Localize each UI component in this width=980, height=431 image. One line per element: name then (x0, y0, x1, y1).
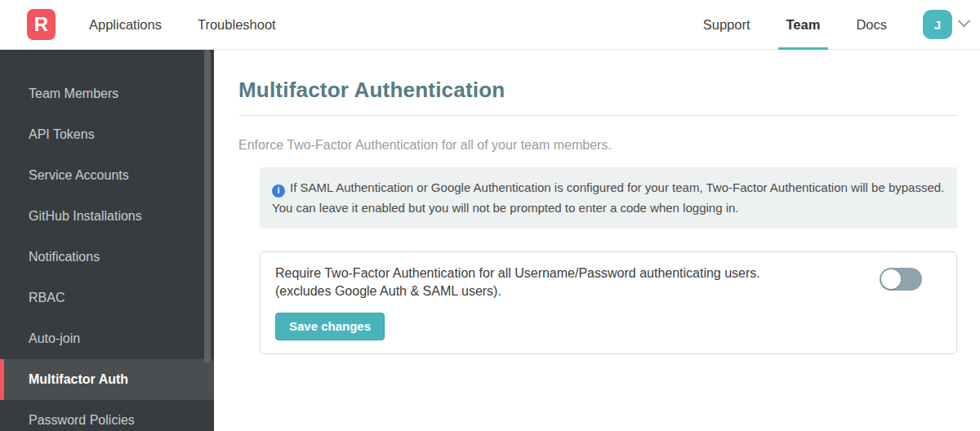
sidebar-item-team-members[interactable]: Team Members (0, 73, 214, 114)
setting-label-line1: Require Two-Factor Authentication for al… (275, 264, 852, 282)
two-factor-setting-card: Require Two-Factor Authentication for al… (260, 251, 957, 354)
save-changes-button[interactable]: Save changes (275, 313, 385, 340)
nav-item-team[interactable]: Team (786, 0, 821, 50)
navbar-left: R Applications Troubleshoot (0, 0, 312, 49)
nav-item-troubleshoot[interactable]: Troubleshoot (198, 0, 276, 50)
navbar-right: Support Team Docs J (703, 0, 980, 49)
sidebar-item-auto-join[interactable]: Auto-join (0, 318, 214, 359)
title-divider (238, 115, 957, 116)
sidebar-item-notifications[interactable]: Notifications (0, 237, 214, 278)
sidebar-item-multifactor-auth[interactable]: Multifactor Auth (0, 359, 214, 400)
two-factor-setting-label: Require Two-Factor Authentication for al… (275, 264, 942, 300)
page-title: Multifactor Authentication (238, 78, 957, 103)
main-content: Multifactor Authentication Enforce Two-F… (214, 50, 980, 431)
rollbar-logo-icon[interactable]: R (27, 9, 56, 40)
user-avatar[interactable]: J (923, 10, 952, 39)
sidebar-item-github-installations[interactable]: GitHub Installations (0, 196, 214, 237)
sidebar-item-api-tokens[interactable]: API Tokens (0, 114, 214, 155)
app-window: R Applications Troubleshoot Support Team… (0, 0, 980, 431)
setting-label-line2: (excludes Google Auth & SAML users). (275, 282, 852, 300)
info-note-text: If SAML Authentication or Google Authent… (272, 180, 944, 215)
two-factor-toggle[interactable] (880, 268, 922, 291)
info-icon: i (272, 184, 285, 198)
top-navbar: R Applications Troubleshoot Support Team… (0, 0, 980, 50)
saml-bypass-info-note: iIf SAML Authentication or Google Authen… (260, 167, 957, 229)
nav-item-support[interactable]: Support (703, 0, 751, 50)
nav-item-docs[interactable]: Docs (856, 0, 887, 50)
nav-item-applications[interactable]: Applications (89, 0, 162, 50)
sidebar-scrollbar[interactable] (204, 50, 211, 363)
sidebar-item-service-accounts[interactable]: Service Accounts (0, 155, 214, 196)
chevron-down-icon[interactable] (958, 14, 971, 27)
sidebar-item-password-policies[interactable]: Password Policies (0, 400, 214, 431)
page-description: Enforce Two-Factor Authentication for al… (238, 138, 957, 153)
sidebar-item-rbac[interactable]: RBAC (0, 278, 214, 318)
toggle-knob (881, 269, 901, 289)
team-settings-sidebar: Team Members API Tokens Service Accounts… (0, 50, 214, 431)
